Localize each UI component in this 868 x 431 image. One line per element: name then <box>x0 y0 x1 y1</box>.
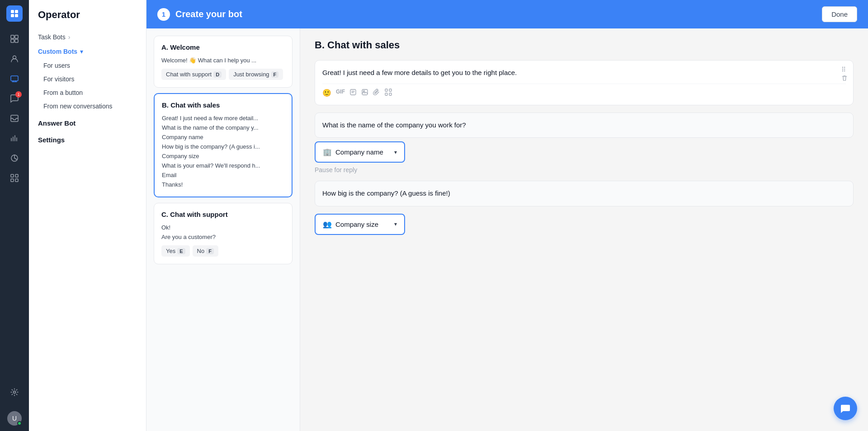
inbox-icon[interactable] <box>6 110 23 126</box>
svg-rect-3 <box>15 14 18 17</box>
card-b-item-6: Email <box>162 170 284 180</box>
sidebar-sub-from-new-conversations[interactable]: From new conversations <box>29 99 146 113</box>
svg-rect-19 <box>385 89 387 91</box>
messages-icon[interactable]: 1 <box>6 90 23 107</box>
svg-point-15 <box>14 391 16 394</box>
apps-icon[interactable] <box>6 170 23 186</box>
svg-rect-11 <box>11 174 14 177</box>
svg-rect-1 <box>15 10 18 13</box>
svg-rect-5 <box>15 35 18 38</box>
svg-rect-13 <box>11 179 14 182</box>
question-text-2: How big is the company? (A guess is fine… <box>322 188 846 199</box>
custom-bots-arrow: ▾ <box>80 48 83 55</box>
dashboard-icon[interactable] <box>6 31 23 47</box>
card-a-option-0[interactable]: Chat with support D <box>161 69 226 80</box>
question-block-1: What is the name of the company you work… <box>315 112 854 138</box>
save-reply-dropdown-2[interactable]: 👥 Company size ▾ <box>315 214 405 235</box>
save-reply-label-2: Company size <box>335 220 391 228</box>
sidebar-sub-for-visitors[interactable]: For visitors <box>29 72 146 86</box>
sidebar: Operator Task Bots › Custom Bots ▾ For u… <box>29 0 146 431</box>
attachment-icon[interactable] <box>373 89 380 98</box>
card-a-option-1[interactable]: Just browsing F <box>229 69 283 80</box>
svg-rect-6 <box>11 39 14 42</box>
svg-rect-17 <box>362 89 368 95</box>
drag-icon[interactable]: ⠿ <box>841 66 848 73</box>
company-name-icon: 🏢 <box>323 148 332 156</box>
card-b-item-5: What is your email? We'll respond h... <box>162 161 284 170</box>
done-button[interactable]: Done <box>822 6 857 22</box>
sidebar-item-answer-bot[interactable]: Answer Bot <box>29 113 146 130</box>
card-c-item-1: Are you a customer? <box>161 232 285 242</box>
emoji-icon[interactable]: 🙂 <box>322 89 331 98</box>
card-b-item-4: Company size <box>162 151 284 161</box>
company-size-icon: 👥 <box>323 220 332 229</box>
task-bots-arrow: › <box>68 33 71 41</box>
card-a-title: A. Welcome <box>161 43 285 51</box>
bot-card-a[interactable]: A. Welcome Welcome! 👋 What can I help yo… <box>154 36 292 88</box>
svg-rect-4 <box>11 35 14 38</box>
svg-rect-7 <box>15 39 18 42</box>
main-content: 1 Create your bot Done A. Welcome Welcom… <box>146 0 868 431</box>
delete-icon[interactable] <box>841 75 848 83</box>
operator-icon[interactable] <box>6 70 23 87</box>
card-a-options: Chat with support D Just browsing F <box>161 69 285 80</box>
sidebar-title: Operator <box>29 9 146 30</box>
bot-card-c[interactable]: C. Chat with support Ok! Are you a custo… <box>154 203 292 264</box>
reports-icon[interactable] <box>6 130 23 146</box>
message-block-1: ⠿ Great! I just need a few more details … <box>315 60 854 105</box>
svg-rect-12 <box>15 174 18 177</box>
note-icon[interactable] <box>349 89 357 98</box>
icon-rail: 1 U <box>0 0 29 431</box>
task-bots-label: Task Bots <box>38 33 66 41</box>
save-reply-arrow-1: ▾ <box>394 149 397 155</box>
custom-bots-label: Custom Bots <box>38 48 77 55</box>
user-avatar[interactable]: U <box>7 411 22 426</box>
detail-title: B. Chat with sales <box>315 39 854 51</box>
sidebar-sub-for-users[interactable]: For users <box>29 59 146 72</box>
image-icon[interactable] <box>361 89 368 98</box>
svg-rect-16 <box>350 89 356 95</box>
sidebar-item-task-bots[interactable]: Task Bots › <box>29 30 146 44</box>
question-text-1: What is the name of the company you work… <box>322 120 846 131</box>
online-indicator <box>17 421 22 426</box>
save-reply-dropdown-1[interactable]: 🏢 Company name ▾ <box>315 141 405 163</box>
save-reply-label-1: Company name <box>335 148 391 156</box>
analytics-icon[interactable] <box>6 150 23 166</box>
cards-panel: A. Welcome Welcome! 👋 What can I help yo… <box>146 28 300 431</box>
svg-rect-22 <box>389 93 392 95</box>
card-c-item-0: Ok! <box>161 223 285 232</box>
svg-point-18 <box>363 90 365 92</box>
card-c-option-1[interactable]: No F <box>193 245 218 257</box>
messages-badge: 1 <box>15 91 22 98</box>
contacts-icon[interactable] <box>6 51 23 67</box>
gif-icon[interactable]: GIF <box>336 89 345 98</box>
svg-rect-14 <box>15 179 18 182</box>
sidebar-item-settings[interactable]: Settings <box>29 130 146 146</box>
sidebar-item-custom-bots[interactable]: Custom Bots ▾ <box>29 44 146 59</box>
svg-rect-0 <box>11 10 14 13</box>
card-a-item-0: Welcome! 👋 What can I help you ... <box>161 56 285 65</box>
card-c-options: Yes E No F <box>161 245 285 257</box>
detail-panel: B. Chat with sales ⠿ Great! I just need … <box>300 28 868 431</box>
card-b-item-2: Company name <box>162 132 284 142</box>
question-block-2: How big is the company? (A guess is fine… <box>315 181 854 206</box>
chat-support-button[interactable] <box>834 397 857 420</box>
step-badge: 1 <box>157 8 170 21</box>
app-logo[interactable] <box>6 5 23 22</box>
header-title: Create your bot <box>175 9 242 19</box>
card-b-item-7: Thanks! <box>162 180 284 189</box>
apps-tool-icon[interactable] <box>385 89 392 98</box>
message-text-1: Great! I just need a few more details to… <box>322 68 846 78</box>
card-c-title: C. Chat with support <box>161 211 285 218</box>
save-reply-arrow-2: ▾ <box>394 221 397 227</box>
header-left: 1 Create your bot <box>157 8 242 21</box>
card-b-title: B. Chat with sales <box>162 101 284 109</box>
card-b-item-0: Great! I just need a few more detail... <box>162 113 284 123</box>
bot-card-b[interactable]: B. Chat with sales Great! I just need a … <box>154 93 292 197</box>
settings-icon[interactable] <box>6 384 23 400</box>
card-b-item-1: What is the name of the company y... <box>162 123 284 132</box>
page-header: 1 Create your bot Done <box>146 0 868 28</box>
card-c-option-0[interactable]: Yes E <box>161 245 190 257</box>
message-toolbar: 🙂 GIF <box>322 84 846 98</box>
sidebar-sub-from-button[interactable]: From a button <box>29 86 146 99</box>
